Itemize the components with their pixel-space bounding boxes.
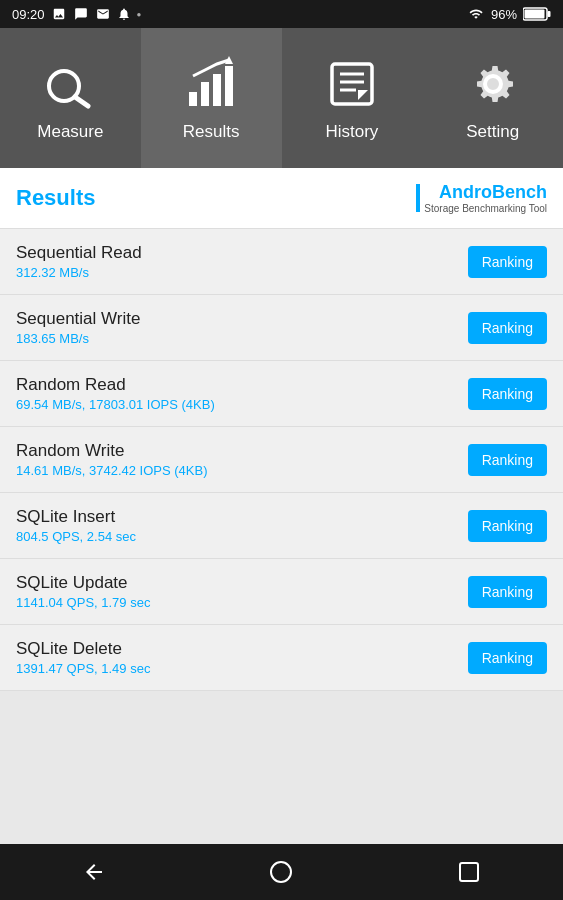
ranking-button[interactable]: Ranking	[468, 576, 547, 608]
result-info: SQLite Update 1141.04 QPS, 1.79 sec	[16, 573, 468, 610]
results-title: Results	[16, 185, 95, 211]
home-button[interactable]	[251, 852, 311, 892]
ranking-button[interactable]: Ranking	[468, 510, 547, 542]
tab-setting-label: Setting	[466, 122, 519, 142]
tab-results-label: Results	[183, 122, 240, 142]
brand-name-prefix: Andro	[439, 182, 492, 202]
result-item: Sequential Write 183.65 MB/s Ranking	[0, 295, 563, 361]
svg-rect-7	[213, 74, 221, 106]
wifi-icon	[467, 7, 485, 21]
result-value: 14.61 MB/s, 3742.42 IOPS (4KB)	[16, 463, 468, 478]
ranking-button[interactable]: Ranking	[468, 444, 547, 476]
result-info: Random Write 14.61 MB/s, 3742.42 IOPS (4…	[16, 441, 468, 478]
ranking-button[interactable]: Ranking	[468, 378, 547, 410]
result-item: Random Read 69.54 MB/s, 17803.01 IOPS (4…	[0, 361, 563, 427]
brand-name: AndroBench	[439, 182, 547, 203]
result-item: SQLite Update 1141.04 QPS, 1.79 sec Rank…	[0, 559, 563, 625]
tab-results[interactable]: Results	[141, 28, 282, 168]
svg-point-15	[271, 862, 291, 882]
result-name: Random Write	[16, 441, 468, 461]
svg-rect-2	[525, 10, 545, 19]
svg-line-4	[75, 97, 88, 106]
svg-rect-10	[332, 64, 372, 104]
result-value: 183.65 MB/s	[16, 331, 468, 346]
email-icon	[95, 7, 111, 21]
bottom-nav	[0, 844, 563, 900]
result-name: Sequential Read	[16, 243, 468, 263]
result-list: Sequential Read 312.32 MB/s Ranking Sequ…	[0, 229, 563, 691]
result-name: SQLite Update	[16, 573, 468, 593]
result-value: 69.54 MB/s, 17803.01 IOPS (4KB)	[16, 397, 468, 412]
battery-icon	[523, 7, 551, 21]
status-bar: 09:20 ● 96%	[0, 0, 563, 28]
ranking-button[interactable]: Ranking	[468, 642, 547, 674]
results-icon	[181, 54, 241, 114]
result-value: 312.32 MB/s	[16, 265, 468, 280]
result-info: SQLite Delete 1391.47 QPS, 1.49 sec	[16, 639, 468, 676]
back-button[interactable]	[64, 852, 124, 892]
tab-setting[interactable]: Setting	[422, 28, 563, 168]
result-info: Sequential Write 183.65 MB/s	[16, 309, 468, 346]
battery-percent: 96%	[491, 7, 517, 22]
result-value: 1391.47 QPS, 1.49 sec	[16, 661, 468, 676]
results-header: Results AndroBench Storage Benchmarking …	[0, 168, 563, 229]
dot-indicator: ●	[137, 10, 142, 19]
status-time: 09:20	[12, 7, 45, 22]
tab-measure-label: Measure	[37, 122, 103, 142]
sms-icon	[73, 7, 89, 21]
nav-tabs: Measure Results	[0, 28, 563, 168]
result-item: Random Write 14.61 MB/s, 3742.42 IOPS (4…	[0, 427, 563, 493]
svg-rect-1	[548, 11, 551, 17]
tab-history[interactable]: History	[282, 28, 423, 168]
result-item: Sequential Read 312.32 MB/s Ranking	[0, 229, 563, 295]
result-value: 804.5 QPS, 2.54 sec	[16, 529, 468, 544]
tab-history-label: History	[325, 122, 378, 142]
svg-rect-5	[189, 92, 197, 106]
tab-measure[interactable]: Measure	[0, 28, 141, 168]
svg-rect-16	[460, 863, 478, 881]
brand-name-suffix: Bench	[492, 182, 547, 202]
result-info: Random Read 69.54 MB/s, 17803.01 IOPS (4…	[16, 375, 468, 412]
ranking-button[interactable]: Ranking	[468, 312, 547, 344]
history-icon	[322, 54, 382, 114]
status-right: 96%	[467, 7, 551, 22]
result-name: SQLite Delete	[16, 639, 468, 659]
brand-logo-row: AndroBench Storage Benchmarking Tool	[416, 182, 547, 214]
result-item: SQLite Delete 1391.47 QPS, 1.49 sec Rank…	[0, 625, 563, 691]
notification-icon	[117, 7, 131, 21]
brand-accent-bar	[416, 184, 420, 212]
result-name: Sequential Write	[16, 309, 468, 329]
result-value: 1141.04 QPS, 1.79 sec	[16, 595, 468, 610]
photo-icon	[51, 7, 67, 21]
svg-rect-6	[201, 82, 209, 106]
result-name: Random Read	[16, 375, 468, 395]
measure-icon	[40, 54, 100, 114]
result-info: SQLite Insert 804.5 QPS, 2.54 sec	[16, 507, 468, 544]
recents-button[interactable]	[439, 852, 499, 892]
status-left: 09:20 ●	[12, 7, 141, 22]
brand-subtitle: Storage Benchmarking Tool	[424, 203, 547, 214]
result-name: SQLite Insert	[16, 507, 468, 527]
result-info: Sequential Read 312.32 MB/s	[16, 243, 468, 280]
brand-logo: AndroBench Storage Benchmarking Tool	[424, 182, 547, 214]
result-item: SQLite Insert 804.5 QPS, 2.54 sec Rankin…	[0, 493, 563, 559]
setting-icon	[463, 54, 523, 114]
svg-rect-8	[225, 66, 233, 106]
ranking-button[interactable]: Ranking	[468, 246, 547, 278]
